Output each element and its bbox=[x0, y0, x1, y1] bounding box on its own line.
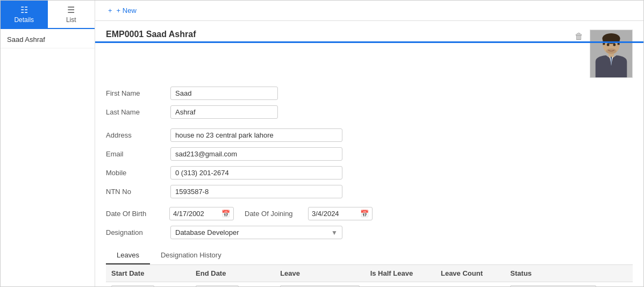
row1-start-date: 📅 bbox=[106, 282, 190, 287]
toolbar: + + New bbox=[95, 1, 643, 21]
blue-accent-bar bbox=[95, 41, 643, 43]
first-name-row: First Name bbox=[106, 87, 633, 100]
leaves-header-row: Start Date End Date Leave Is Half Leave … bbox=[106, 265, 633, 282]
dob-input[interactable] bbox=[170, 207, 218, 220]
form-fields: First Name Last Name Address bbox=[106, 87, 633, 247]
col-leave-count: Leave Count bbox=[435, 265, 505, 282]
first-name-label: First Name bbox=[106, 89, 170, 97]
sidebar: ☷ Details ☰ List Saad Ashraf bbox=[1, 1, 95, 286]
designation-select[interactable]: Database Developer Software Engineer Pro… bbox=[171, 226, 327, 239]
mobile-label: Mobile bbox=[106, 169, 170, 177]
new-label: + New bbox=[117, 6, 137, 15]
first-name-input[interactable] bbox=[170, 87, 278, 100]
dob-label: Date Of Birth bbox=[106, 210, 165, 218]
dob-input-wrap: 📅 bbox=[169, 207, 234, 220]
delete-icon[interactable]: 🗑 bbox=[575, 32, 583, 41]
email-label: Email bbox=[106, 150, 170, 158]
avatar bbox=[590, 30, 633, 78]
mobile-input-wrap bbox=[170, 166, 342, 180]
tab-list-label: List bbox=[66, 16, 76, 24]
dob-field: Date Of Birth 📅 bbox=[106, 207, 234, 220]
form-area: EMP0001 Saad Ashraf 🗑 bbox=[95, 21, 643, 286]
svg-point-6 bbox=[607, 44, 610, 46]
main-content: + + New EMP0001 Saad Ashraf 🗑 bbox=[95, 1, 643, 286]
sidebar-tabs: ☷ Details ☰ List bbox=[1, 1, 95, 29]
new-icon: + bbox=[108, 6, 112, 15]
designation-label: Designation bbox=[106, 228, 170, 236]
address-label: Address bbox=[106, 131, 170, 139]
tab-details[interactable]: ☷ Details bbox=[1, 1, 48, 28]
table-row: 📅 📅 Casual bbox=[106, 282, 633, 287]
doj-calendar-icon[interactable]: 📅 bbox=[357, 207, 372, 220]
row1-status: Pending Approved Rejected ▼ bbox=[505, 282, 633, 287]
mobile-row: Mobile bbox=[106, 166, 633, 180]
leaves-table-header: Start Date End Date Leave Is Half Leave … bbox=[106, 265, 633, 282]
first-name-input-wrap bbox=[170, 87, 278, 100]
row1-leave-select[interactable]: Casual Annual Sick Unpaid bbox=[281, 286, 329, 286]
dob-calendar-icon[interactable]: 📅 bbox=[218, 207, 233, 220]
avatar-image bbox=[590, 30, 632, 78]
leaves-table: Start Date End Date Leave Is Half Leave … bbox=[106, 265, 633, 286]
row1-is-half-leave bbox=[365, 282, 435, 287]
col-status: Status bbox=[505, 265, 633, 282]
row1-start-date-cell: 📅 bbox=[111, 285, 185, 286]
new-button[interactable]: + + New bbox=[104, 4, 141, 17]
row1-end-date: 📅 bbox=[190, 282, 275, 287]
doj-input[interactable] bbox=[309, 207, 357, 220]
address-input[interactable] bbox=[170, 128, 342, 142]
last-name-label: Last Name bbox=[106, 108, 170, 116]
address-input-wrap bbox=[170, 128, 342, 142]
last-name-input-wrap bbox=[170, 105, 278, 119]
sidebar-list: Saad Ashraf bbox=[1, 29, 95, 286]
email-input-wrap bbox=[170, 147, 342, 161]
email-row: Email bbox=[106, 147, 633, 161]
row1-end-date-cell: 📅 bbox=[196, 285, 269, 286]
col-is-half-leave: Is Half Leave bbox=[365, 265, 435, 282]
date-row: Date Of Birth 📅 Date Of Joining 📅 bbox=[106, 207, 633, 220]
ntn-row: NTN No bbox=[106, 185, 633, 198]
last-name-row: Last Name bbox=[106, 105, 633, 119]
tab-leaves[interactable]: Leaves bbox=[106, 247, 150, 264]
last-name-input[interactable] bbox=[170, 105, 278, 119]
ntn-input-wrap bbox=[170, 185, 342, 198]
col-start-date: Start Date bbox=[106, 265, 190, 282]
address-row: Address bbox=[106, 128, 633, 142]
row1-start-date-input[interactable] bbox=[111, 285, 154, 286]
row1-leave-select-wrap: Casual Annual Sick Unpaid ▼ bbox=[280, 285, 359, 286]
doj-field: Date Of Joining 📅 bbox=[245, 207, 373, 220]
designation-chevron-icon: ▼ bbox=[327, 227, 342, 239]
designation-row: Designation Database Developer Software … bbox=[106, 226, 633, 239]
col-leave: Leave bbox=[275, 265, 364, 282]
details-icon: ☷ bbox=[20, 5, 28, 15]
ntn-label: NTN No bbox=[106, 188, 170, 196]
row1-status-select[interactable]: Pending Approved Rejected bbox=[511, 286, 588, 286]
form-header-right: 🗑 bbox=[575, 30, 633, 78]
doj-input-wrap: 📅 bbox=[308, 207, 373, 220]
row1-leave: Casual Annual Sick Unpaid ▼ bbox=[275, 282, 364, 287]
tab-designation-history[interactable]: Designation History bbox=[150, 247, 232, 264]
tab-details-label: Details bbox=[14, 16, 34, 24]
doj-label: Date Of Joining bbox=[245, 210, 304, 218]
tab-list[interactable]: ☰ List bbox=[48, 1, 95, 28]
sidebar-item-saad-ashraf[interactable]: Saad Ashraf bbox=[1, 31, 95, 48]
form-header: EMP0001 Saad Ashraf 🗑 bbox=[106, 30, 633, 78]
list-icon: ☰ bbox=[67, 5, 75, 15]
row1-status-select-wrap: Pending Approved Rejected ▼ bbox=[510, 285, 596, 286]
email-input[interactable] bbox=[170, 147, 342, 161]
form-title: EMP0001 Saad Ashraf bbox=[106, 30, 196, 39]
row1-leave-count: .5 bbox=[435, 282, 505, 287]
mobile-input[interactable] bbox=[170, 166, 342, 180]
ntn-input[interactable] bbox=[170, 185, 342, 198]
col-end-date: End Date bbox=[190, 265, 275, 282]
tabs-bar: Leaves Designation History bbox=[106, 247, 633, 265]
designation-select-wrap: Database Developer Software Engineer Pro… bbox=[170, 226, 342, 239]
row1-end-date-input[interactable] bbox=[196, 285, 239, 286]
svg-point-8 bbox=[606, 48, 617, 54]
leaves-table-body: 📅 📅 Casual bbox=[106, 282, 633, 287]
svg-point-7 bbox=[613, 44, 616, 46]
